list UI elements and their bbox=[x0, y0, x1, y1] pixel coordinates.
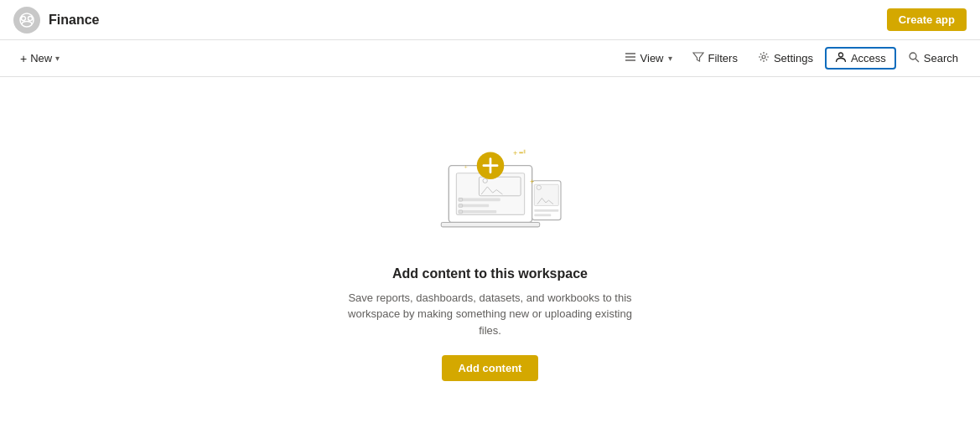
search-icon bbox=[908, 51, 920, 65]
empty-state-illustration: + + + bbox=[407, 124, 574, 250]
svg-point-6 bbox=[762, 55, 765, 59]
empty-state-description: Save reports, dashboards, datasets, and … bbox=[348, 290, 633, 339]
new-button[interactable]: + New ▾ bbox=[13, 49, 66, 69]
create-app-button[interactable]: Create app bbox=[887, 8, 967, 31]
main-content: + + + Add content to this workspace Save… bbox=[0, 77, 980, 428]
view-label: View bbox=[640, 52, 664, 64]
svg-point-7 bbox=[838, 53, 843, 57]
svg-rect-24 bbox=[534, 209, 558, 212]
new-label: New bbox=[30, 52, 52, 64]
toolbar-left: + New ▾ bbox=[13, 49, 616, 69]
top-bar-left: Finance bbox=[13, 7, 99, 34]
add-content-button[interactable]: Add content bbox=[442, 355, 539, 381]
filters-label: Filters bbox=[708, 52, 738, 64]
svg-text:+: + bbox=[464, 163, 467, 171]
svg-rect-14 bbox=[459, 198, 500, 201]
filter-icon bbox=[692, 51, 704, 65]
view-icon bbox=[625, 51, 636, 65]
view-button[interactable]: View ▾ bbox=[616, 48, 681, 69]
top-bar: Finance Create app bbox=[0, 0, 980, 40]
svg-line-9 bbox=[915, 59, 919, 62]
svg-point-2 bbox=[29, 16, 33, 20]
chevron-down-icon: ▾ bbox=[55, 54, 60, 63]
svg-text:+: + bbox=[529, 178, 533, 186]
workspace-icon bbox=[13, 7, 40, 34]
svg-rect-20 bbox=[441, 222, 539, 226]
search-button[interactable]: Search bbox=[900, 48, 967, 69]
svg-rect-15 bbox=[459, 204, 489, 207]
settings-label: Settings bbox=[774, 52, 813, 64]
svg-rect-25 bbox=[534, 214, 551, 216]
svg-point-8 bbox=[910, 53, 916, 59]
svg-rect-16 bbox=[459, 210, 496, 214]
settings-icon bbox=[758, 51, 770, 65]
person-icon bbox=[835, 51, 847, 65]
app-title: Finance bbox=[49, 13, 99, 28]
svg-rect-11 bbox=[456, 173, 524, 214]
svg-text:+: + bbox=[513, 149, 517, 157]
toolbar-right: View ▾ Filters Settings bbox=[616, 47, 967, 70]
toolbar: + New ▾ View ▾ Filters bbox=[0, 40, 980, 77]
access-button[interactable]: Access bbox=[825, 47, 896, 70]
settings-button[interactable]: Settings bbox=[749, 48, 822, 69]
plus-icon: + bbox=[20, 52, 27, 65]
access-label: Access bbox=[851, 52, 886, 64]
filters-button[interactable]: Filters bbox=[684, 48, 746, 69]
view-chevron-icon: ▾ bbox=[668, 54, 672, 63]
search-label: Search bbox=[924, 52, 958, 64]
svg-point-1 bbox=[22, 16, 26, 20]
empty-state-title: Add content to this workspace bbox=[392, 266, 588, 281]
